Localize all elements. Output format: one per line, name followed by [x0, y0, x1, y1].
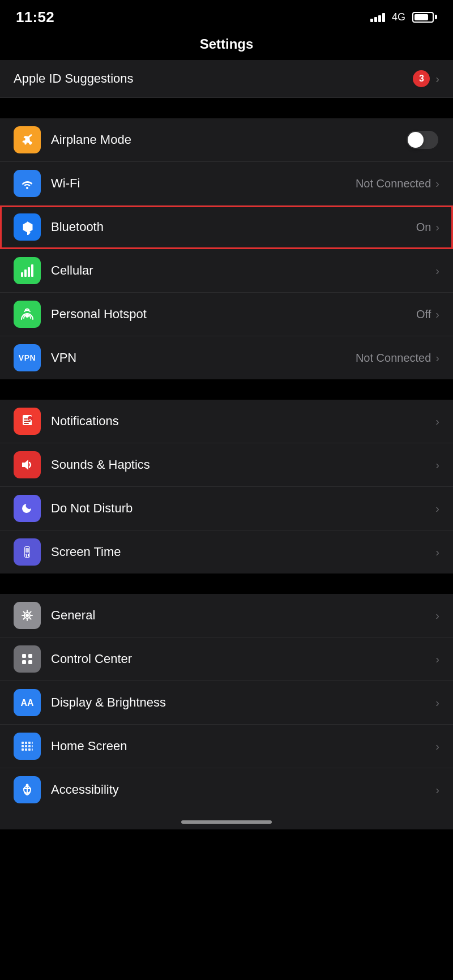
svg-rect-36 [28, 745, 31, 747]
do-not-disturb-icon [14, 495, 41, 522]
network-type: 4G [392, 11, 405, 23]
personal-hotspot-row[interactable]: Personal Hotspot Off › [0, 293, 453, 336]
wifi-row[interactable]: Wi-Fi Not Connected › [0, 162, 453, 206]
control-center-chevron: › [435, 653, 439, 666]
svg-text:AA: AA [20, 698, 34, 708]
section-gap-3 [0, 574, 453, 594]
display-brightness-chevron: › [435, 696, 439, 709]
sounds-haptics-label: Sounds & Haptics [51, 457, 435, 472]
vpn-label-box: VPN [15, 352, 39, 363]
svg-rect-31 [25, 742, 27, 744]
svg-rect-21 [28, 554, 29, 557]
svg-rect-3 [28, 267, 30, 277]
svg-rect-35 [25, 745, 27, 747]
sounds-haptics-row[interactable]: Sounds & Haptics › [0, 443, 453, 487]
home-indicator [0, 811, 453, 829]
screen-time-label: Screen Time [51, 545, 435, 559]
display-brightness-row[interactable]: AA Display & Brightness › [0, 681, 453, 725]
connectivity-section: Airplane Mode Wi-Fi Not Connected › ⬢ Bl… [0, 118, 453, 379]
sounds-haptics-icon [14, 451, 41, 478]
apple-id-suggestions-label: Apple ID Suggestions [14, 71, 134, 86]
vpn-icon: VPN [14, 344, 41, 371]
personal-hotspot-label: Personal Hotspot [51, 307, 416, 322]
accessibility-chevron: › [435, 784, 439, 797]
notifications-icon: ● [14, 408, 41, 435]
display-brightness-label: Display & Brightness [51, 695, 435, 710]
personal-hotspot-chevron: › [435, 308, 439, 321]
general-chevron: › [435, 609, 439, 622]
cellular-icon [14, 257, 41, 284]
wifi-label: Wi-Fi [51, 176, 356, 191]
svg-rect-30 [22, 742, 24, 744]
svg-point-23 [25, 614, 29, 617]
screen-time-chevron: › [435, 546, 439, 559]
svg-rect-41 [32, 748, 33, 751]
svg-rect-38 [22, 748, 24, 751]
svg-text:●: ● [29, 418, 31, 421]
system-section: ● Notifications › Sounds & Haptics › Do … [0, 400, 453, 574]
general-row[interactable]: General › [0, 594, 453, 637]
personal-hotspot-value: Off [416, 308, 431, 321]
bluetooth-chevron: › [435, 221, 439, 234]
svg-rect-25 [22, 654, 26, 658]
vpn-value: Not Connected [356, 352, 431, 365]
svg-rect-40 [28, 748, 31, 751]
wifi-icon [14, 170, 41, 197]
svg-rect-37 [32, 745, 33, 747]
home-bar [181, 820, 272, 824]
battery-icon [412, 12, 437, 23]
personal-hotspot-icon [14, 301, 41, 328]
home-screen-row[interactable]: Home Screen › [0, 725, 453, 768]
svg-rect-11 [24, 418, 28, 420]
do-not-disturb-label: Do Not Disturb [51, 501, 435, 516]
svg-rect-32 [28, 742, 31, 744]
airplane-mode-icon [14, 126, 41, 153]
section-gap-2 [0, 379, 453, 400]
screen-time-row[interactable]: Screen Time › [0, 530, 453, 574]
do-not-disturb-row[interactable]: Do Not Disturb › [0, 487, 453, 530]
cellular-label: Cellular [51, 263, 435, 278]
general-icon [14, 602, 41, 629]
home-screen-chevron: › [435, 740, 439, 753]
home-screen-label: Home Screen [51, 739, 435, 754]
svg-rect-19 [25, 548, 29, 553]
general-label: General [51, 608, 435, 623]
vpn-row[interactable]: VPN VPN Not Connected › [0, 336, 453, 379]
accessibility-row[interactable]: Accessibility › [0, 768, 453, 811]
screen-time-icon [14, 538, 41, 566]
page-title: Settings [200, 36, 254, 52]
sounds-haptics-chevron: › [435, 459, 439, 472]
apple-id-suggestions-row[interactable]: Apple ID Suggestions 3 › [0, 60, 453, 98]
page-title-bar: Settings [0, 31, 453, 60]
section-gap-1 [0, 98, 453, 118]
airplane-mode-label: Airplane Mode [51, 132, 407, 147]
do-not-disturb-chevron: › [435, 502, 439, 515]
svg-rect-34 [22, 745, 24, 747]
control-center-icon [14, 645, 41, 673]
signal-icon [370, 12, 385, 22]
cellular-row[interactable]: Cellular › [0, 249, 453, 293]
svg-rect-39 [25, 748, 27, 751]
wifi-value: Not Connected [356, 177, 431, 190]
airplane-mode-toggle[interactable] [407, 131, 438, 149]
svg-rect-13 [24, 423, 29, 424]
vpn-chevron: › [435, 352, 439, 365]
airplane-mode-row[interactable]: Airplane Mode [0, 118, 453, 162]
bluetooth-icon: ⬢ [14, 213, 41, 241]
svg-rect-1 [21, 272, 23, 277]
svg-marker-16 [22, 460, 28, 470]
status-icons: 4G [370, 11, 437, 23]
apple-id-chevron: › [435, 72, 439, 85]
bluetooth-row[interactable]: ⬢ Bluetooth On › [0, 206, 453, 249]
svg-rect-26 [28, 654, 32, 658]
bluetooth-value: On [416, 221, 431, 234]
display-brightness-icon: AA [14, 689, 41, 716]
status-bar: 11:52 4G [0, 0, 453, 31]
svg-rect-33 [32, 742, 33, 744]
control-center-row[interactable]: Control Center › [0, 637, 453, 681]
notifications-row[interactable]: ● Notifications › [0, 400, 453, 443]
wifi-chevron: › [435, 177, 439, 190]
apple-id-badge: 3 [413, 70, 430, 87]
svg-rect-4 [31, 264, 33, 277]
svg-text:⬢: ⬢ [22, 220, 33, 234]
